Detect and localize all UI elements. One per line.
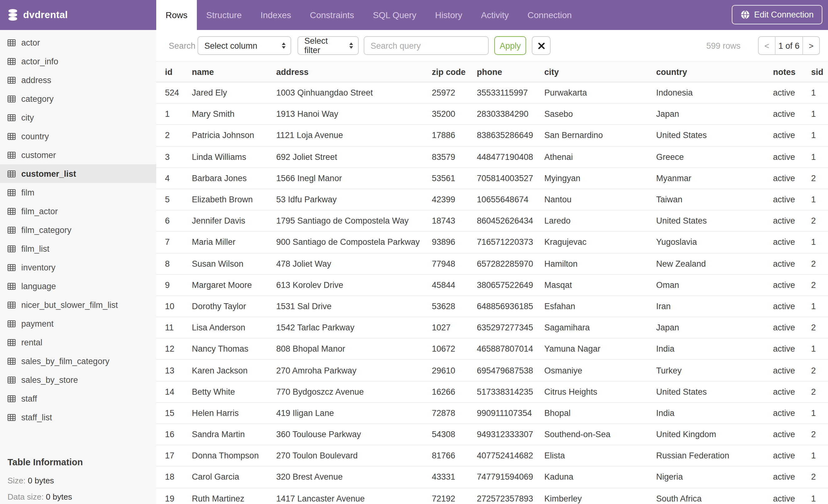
tab[interactable]: Structure bbox=[197, 0, 251, 30]
cell-sid: 1 bbox=[802, 82, 828, 103]
table-row[interactable]: 5 Elizabeth Brown 53 Idfu Parkway 42399 … bbox=[156, 189, 828, 210]
table-row[interactable]: 2 Patricia Johnson 1121 Loja Avenue 1788… bbox=[156, 125, 828, 146]
column-header[interactable]: sid bbox=[802, 61, 828, 82]
table-row[interactable]: 524 Jared Ely 1003 Qinhuangdao Street 25… bbox=[156, 82, 828, 103]
cell-name: Maria Miller bbox=[183, 232, 267, 253]
cell-notes: active bbox=[764, 168, 802, 189]
sidebar-table-item[interactable]: country bbox=[0, 127, 156, 145]
sidebar-table-item[interactable]: staff_list bbox=[0, 408, 156, 426]
edit-connection-button[interactable]: Edit Connection bbox=[732, 5, 822, 25]
sidebar-table-item[interactable]: sales_by_film_category bbox=[0, 352, 156, 370]
sidebar-table-item[interactable]: film bbox=[0, 183, 156, 202]
sidebar-table-label: inventory bbox=[21, 263, 56, 272]
tab[interactable]: Connection bbox=[518, 0, 581, 30]
cell-sid: 1 bbox=[802, 189, 828, 210]
cell-country: United States bbox=[648, 210, 764, 231]
table-row[interactable]: 17 Donna Thompson 270 Toulon Boulevard 8… bbox=[156, 445, 828, 466]
cell-city: Myingyan bbox=[536, 168, 648, 189]
tab[interactable]: Activity bbox=[472, 0, 519, 30]
apply-button[interactable]: Apply bbox=[494, 36, 526, 55]
tab[interactable]: SQL Query bbox=[363, 0, 425, 30]
table-row[interactable]: 10 Dorothy Taylor 1531 Sal Drive 53628 6… bbox=[156, 296, 828, 317]
column-header[interactable]: phone bbox=[468, 61, 536, 82]
sidebar-table-item[interactable]: customer_list bbox=[0, 164, 156, 183]
clear-search-button[interactable] bbox=[532, 36, 550, 55]
next-page-button[interactable]: > bbox=[803, 37, 819, 54]
column-header[interactable]: zip code bbox=[423, 61, 468, 82]
sidebar-table-item[interactable]: language bbox=[0, 277, 156, 295]
cell-name: Barbara Jones bbox=[183, 168, 267, 189]
sidebar-table-item[interactable]: category bbox=[0, 89, 156, 108]
tab[interactable]: Indexes bbox=[251, 0, 300, 30]
previous-page-button[interactable]: < bbox=[759, 37, 775, 54]
table-row[interactable]: 16 Sandra Martin 360 Toulouse Parkway 54… bbox=[156, 424, 828, 445]
column-header[interactable]: notes bbox=[764, 61, 802, 82]
table-row[interactable]: 8 Susan Wilson 478 Joliet Way 77948 6572… bbox=[156, 253, 828, 274]
search-query-input[interactable] bbox=[364, 36, 489, 55]
table-row[interactable]: 3 Linda Williams 692 Joliet Street 83579… bbox=[156, 146, 828, 167]
sidebar-table-label: rental bbox=[21, 337, 42, 347]
column-header[interactable]: city bbox=[536, 61, 648, 82]
cell-zip-code: 81766 bbox=[423, 445, 468, 466]
cell-city: Purwakarta bbox=[536, 82, 648, 103]
table-row[interactable]: 14 Betty White 770 Bydgoszcz Avenue 1626… bbox=[156, 381, 828, 402]
table-row[interactable]: 7 Maria Miller 900 Santiago de Compostel… bbox=[156, 232, 828, 253]
filter-select[interactable]: Select filter bbox=[297, 36, 359, 55]
table-icon bbox=[7, 245, 15, 252]
column-header[interactable]: name bbox=[183, 61, 267, 82]
cell-id: 524 bbox=[156, 82, 183, 103]
table-row[interactable]: 1 Mary Smith 1913 Hanoi Way 35200 283033… bbox=[156, 103, 828, 125]
sidebar-table-label: film_list bbox=[21, 244, 49, 253]
cell-country: Iran bbox=[648, 296, 764, 317]
table-row[interactable]: 11 Lisa Anderson 1542 Tarlac Parkway 102… bbox=[156, 317, 828, 338]
cell-notes: active bbox=[764, 360, 802, 381]
tab[interactable]: Constraints bbox=[300, 0, 364, 30]
sidebar-table-item[interactable]: city bbox=[0, 108, 156, 127]
cell-id: 17 bbox=[156, 445, 183, 466]
table-row[interactable]: 9 Margaret Moore 613 Korolev Drive 45844… bbox=[156, 274, 828, 295]
select-stepper-icon bbox=[349, 42, 353, 49]
sidebar-table-item[interactable]: nicer_but_slower_film_list bbox=[0, 295, 156, 314]
sidebar-table-item[interactable]: rental bbox=[0, 333, 156, 352]
tab-label: Connection bbox=[528, 10, 572, 20]
cell-name: Patricia Johnson bbox=[183, 125, 267, 146]
cell-notes: active bbox=[764, 403, 802, 424]
sidebar-table-item[interactable]: actor_info bbox=[0, 52, 156, 71]
sidebar-table-item[interactable]: sales_by_store bbox=[0, 370, 156, 389]
column-header[interactable]: id bbox=[156, 61, 183, 82]
sidebar-table-item[interactable]: customer bbox=[0, 145, 156, 164]
tab[interactable]: Rows bbox=[156, 0, 197, 30]
cell-notes: active bbox=[764, 466, 802, 488]
cell-address: 1417 Lancaster Avenue bbox=[267, 488, 423, 504]
sidebar-table-item[interactable]: address bbox=[0, 71, 156, 89]
table-row[interactable]: 15 Helen Harris 419 Iligan Lane 72878 99… bbox=[156, 403, 828, 424]
cell-address: 1121 Loja Avenue bbox=[267, 125, 423, 146]
cell-country: Yugoslavia bbox=[648, 232, 764, 253]
sidebar-table-item[interactable]: film_list bbox=[0, 239, 156, 258]
table-row[interactable]: 6 Jennifer Davis 1795 Santiago de Compos… bbox=[156, 210, 828, 231]
cell-notes: active bbox=[764, 317, 802, 338]
table-icon bbox=[7, 301, 15, 308]
column-header[interactable]: country bbox=[648, 61, 764, 82]
cell-country: Nigeria bbox=[648, 466, 764, 488]
table-row[interactable]: 13 Karen Jackson 270 Amroha Parkway 2961… bbox=[156, 360, 828, 381]
sidebar-table-item[interactable]: film_actor bbox=[0, 202, 156, 221]
tab[interactable]: History bbox=[425, 0, 471, 30]
table-icon bbox=[7, 170, 15, 177]
sidebar-table-item[interactable]: inventory bbox=[0, 258, 156, 277]
column-select[interactable]: Select column bbox=[198, 36, 291, 55]
column-header[interactable]: address bbox=[267, 61, 423, 82]
sidebar-table-item[interactable]: staff bbox=[0, 389, 156, 408]
table-row[interactable]: 19 Ruth Martinez 1417 Lancaster Avenue 7… bbox=[156, 488, 828, 504]
table-icon bbox=[7, 339, 15, 346]
table-row[interactable]: 12 Nancy Thomas 808 Bhopal Manor 10672 4… bbox=[156, 338, 828, 360]
table-icon bbox=[7, 77, 15, 83]
cell-phone: 695479687538 bbox=[468, 360, 536, 381]
table-row[interactable]: 4 Barbara Jones 1566 Inegl Manor 53561 7… bbox=[156, 168, 828, 189]
cell-address: 900 Santiago de Compostela Parkway bbox=[267, 232, 423, 253]
sidebar-table-item[interactable]: payment bbox=[0, 314, 156, 333]
sidebar-table-item[interactable]: film_category bbox=[0, 221, 156, 239]
cell-notes: active bbox=[764, 274, 802, 295]
table-row[interactable]: 18 Carol Garcia 320 Brest Avenue 43331 7… bbox=[156, 466, 828, 488]
sidebar-table-item[interactable]: actor bbox=[0, 33, 156, 52]
